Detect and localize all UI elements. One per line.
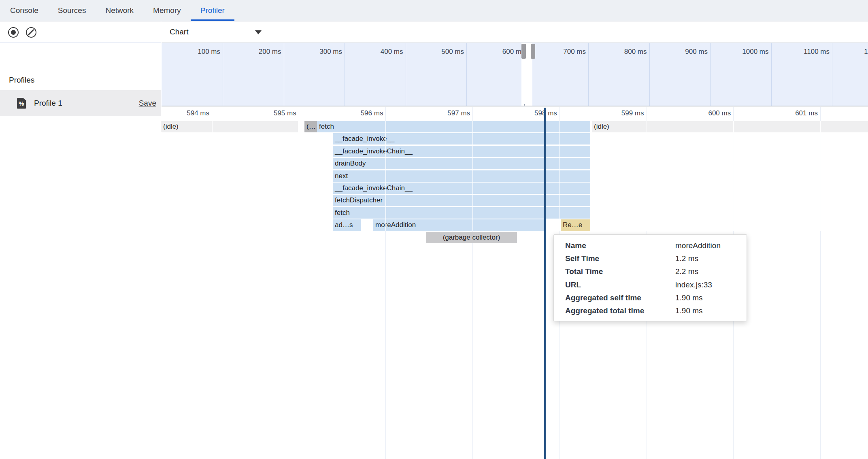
current-time-playhead [544,108,546,459]
bar-separator [647,121,647,231]
flame-block[interactable]: __facade_invoke__ [333,133,590,144]
tooltip-label: Self Time [565,254,675,263]
tab-profiler[interactable]: Profiler [191,0,234,21]
view-mode-bar: Chart [162,21,868,43]
overview-gridline [710,43,711,106]
tooltip-label: Aggregated total time [565,306,675,315]
flame-block[interactable]: fetchDispatcher [333,195,590,206]
clear-icon [26,27,36,38]
flamechart-time-ruler: 594 ms595 ms596 ms597 ms598 ms599 ms600 … [162,106,868,121]
idle-block[interactable]: (idle) [161,121,298,132]
overview-tick-label: 1200 ms [864,48,868,56]
ruler-tick-label: 595 ms [274,109,296,117]
selection-handle-left[interactable] [521,44,526,59]
bar-separator [299,121,300,231]
tooltip-value: moreAddition [675,241,721,250]
overview-gridline [223,43,223,106]
devtools-tab-bar: ConsoleSourcesNetworkMemoryProfiler [0,0,868,21]
tooltip-row: NamemoreAddition [565,239,747,252]
bar-separator [560,121,560,231]
tab-console[interactable]: Console [0,0,48,21]
tooltip-label: Aggregated self time [565,293,675,302]
bar-separator [820,121,821,231]
bar-separator [385,121,386,231]
overview-gridline [832,43,832,106]
flame-block[interactable]: moreAddition [373,219,544,231]
tooltip-label: Total Time [565,267,675,276]
selection-handle-right[interactable] [531,44,535,59]
overview-tick-label: 300 ms [319,48,342,56]
record-profile-button[interactable] [8,27,19,38]
tooltip-row: Self Time1.2 ms [565,252,747,265]
flame-block[interactable]: __facade_invokeChain__ [333,146,590,157]
flame-block[interactable]: next [333,170,590,182]
overview-tick-label: 100 ms [198,48,220,56]
overview-gridline [771,43,772,106]
ruler-tick-label: 597 ms [447,109,470,117]
profile-name: Profile 1 [34,99,62,108]
clear-profiles-button[interactable] [26,27,36,38]
ruler-tick-label: 596 ms [361,109,383,117]
tab-network[interactable]: Network [96,0,143,21]
overview-tick-label: 800 ms [624,48,647,56]
idle-block[interactable]: (idle) [592,121,868,132]
web-inspector-window: ConsoleSourcesNetworkMemoryProfiler Prof… [0,0,868,459]
tooltip-row: URLindex.js:33 [565,278,747,291]
tooltip-value: index.js:33 [675,280,712,289]
overview-tick-label: 1100 ms [804,48,830,56]
overview-gridline [649,43,650,106]
timeline-overview[interactable]: 100 ms200 ms300 ms400 ms500 ms600 ms700 … [162,43,868,106]
frame-details-tooltip: NamemoreAdditionSelf Time1.2 msTotal Tim… [553,234,747,321]
tooltip-value: 1.90 ms [675,306,703,315]
ruler-tick-label: 600 ms [708,109,731,117]
profile-document-icon: % [17,98,26,109]
tooltip-label: URL [565,280,675,289]
profiles-heading: Profiles [9,76,34,85]
ruler-tick-label: 599 ms [621,109,644,117]
tab-memory[interactable]: Memory [143,0,191,21]
tooltip-row: Total Time2.2 ms [565,265,747,278]
ruler-tick-label: 601 ms [795,109,818,117]
garbage-collector-block[interactable]: (garbage collector) [426,232,517,243]
profile-list-item[interactable]: % Profile 1 Save [0,90,161,116]
tooltip-row: Aggregated self time1.90 ms [565,291,747,304]
overview-tick-label: 1000 ms [742,48,768,56]
flame-block[interactable]: drainBody [333,158,590,169]
bar-separator [212,121,213,231]
flame-block[interactable]: ad…s [333,219,361,231]
tooltip-row: Aggregated total time1.90 ms [565,304,747,317]
overview-gridline [588,43,589,106]
overview-tick-label: 400 ms [381,48,403,56]
tooltip-label: Name [565,241,675,250]
flame-block[interactable]: fetch [333,207,590,219]
overview-tick-label: 700 ms [563,48,586,56]
overview-tick-label: 500 ms [441,48,464,56]
flame-block[interactable]: __facade_invokeChain__ [333,183,590,194]
tooltip-value: 1.2 ms [675,254,698,263]
tooltip-value: 2.2 ms [675,267,698,276]
profiles-sidebar: Profiles CPU PROFILES % Profile 1 Save [0,21,161,459]
dropdown-caret-icon[interactable] [255,30,262,34]
record-icon [8,27,19,38]
ruler-tick-label: 594 ms [187,109,209,117]
profiler-toolbar [0,21,161,43]
overview-tick-label: 900 ms [685,48,708,56]
chart-dropdown[interactable]: Chart [170,21,188,42]
overview-gridline [284,43,284,106]
save-profile-link[interactable]: Save [139,99,156,108]
overview-gridline [345,43,345,106]
flame-block[interactable]: fetch [317,121,590,132]
bar-separator [472,121,473,231]
flame-block[interactable]: (… [304,121,317,132]
tooltip-value: 1.90 ms [675,293,703,302]
overview-gridline [466,43,467,106]
tab-sources[interactable]: Sources [48,0,96,21]
overview-gridline [406,43,406,106]
bar-separator [733,121,734,231]
overview-tick-label: 200 ms [259,48,281,56]
flame-block[interactable]: Re…e [561,219,590,231]
